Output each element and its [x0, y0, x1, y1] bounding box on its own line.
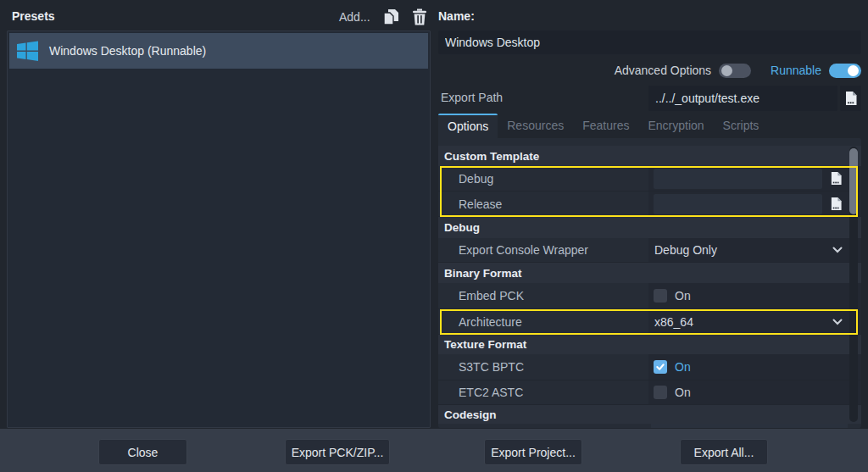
option-label: Debug	[438, 172, 648, 186]
tab-bar: Options Resources Features Encryption Sc…	[438, 114, 861, 138]
toggles-row: Advanced Options Runnable	[438, 59, 861, 81]
file-icon[interactable]	[827, 196, 844, 213]
copy-icon[interactable]	[382, 8, 399, 25]
close-button[interactable]: Close	[98, 439, 187, 465]
option-row-architecture[interactable]: Architecture x86_64	[438, 309, 861, 335]
option-row-debug-template[interactable]: Debug	[438, 166, 861, 192]
export-path-label: Export Path	[441, 91, 503, 104]
option-value	[648, 166, 861, 191]
embed-pck-checkbox[interactable]	[654, 289, 667, 303]
presets-title: Presets	[12, 9, 55, 23]
option-value: On	[648, 354, 861, 380]
dialog-footer: Close Export PCK/ZIP... Export Project..…	[0, 429, 868, 472]
section-texture-format: Texture Format	[438, 335, 861, 354]
options-panel: Custom Template Debug Release Debug	[438, 138, 861, 428]
tab-features[interactable]: Features	[573, 114, 638, 138]
preset-item-label: Windows Desktop (Runnable)	[49, 44, 206, 58]
chevron-down-icon	[832, 247, 843, 253]
console-wrapper-dropdown[interactable]: Debug Only	[648, 238, 861, 262]
release-template-field[interactable]	[654, 194, 822, 214]
dropdown-value: Debug Only	[654, 243, 717, 257]
option-row-export-console-wrapper[interactable]: Export Console Wrapper Debug Only	[438, 238, 861, 263]
etc2-astc-checkbox[interactable]	[654, 386, 667, 399]
runnable-label: Runnable	[771, 64, 821, 77]
section-binary-format: Binary Format	[438, 263, 861, 283]
advanced-options-label: Advanced Options	[615, 64, 711, 77]
export-path-input[interactable]	[648, 86, 837, 111]
section-label: Texture Format	[444, 338, 526, 351]
section-label: Debug	[444, 221, 480, 234]
architecture-dropdown[interactable]: x86_64	[648, 309, 861, 334]
trash-icon[interactable]	[411, 8, 428, 25]
tab-encryption[interactable]: Encryption	[638, 114, 713, 138]
toggle-knob	[848, 65, 859, 76]
export-project-button[interactable]: Export Project...	[484, 439, 582, 465]
chevron-down-icon	[832, 319, 843, 325]
option-row-s3tc-bptc[interactable]: S3TC BPTC On	[438, 354, 861, 380]
presets-list: Windows Desktop (Runnable)	[7, 31, 431, 428]
section-codesign: Codesign	[438, 405, 861, 424]
option-label: ETC2 ASTC	[438, 386, 648, 399]
checkbox-label: On	[675, 386, 691, 399]
browse-path-button[interactable]	[840, 86, 861, 111]
section-debug: Debug	[438, 217, 861, 238]
preset-item-windows-desktop[interactable]: Windows Desktop (Runnable)	[9, 33, 428, 69]
tab-options[interactable]: Options	[438, 114, 498, 138]
name-label: Name:	[438, 9, 475, 23]
tab-resources[interactable]: Resources	[498, 114, 573, 138]
checkbox-label: On	[675, 360, 691, 374]
options-scrollbar[interactable]	[849, 147, 858, 422]
section-label: Custom Template	[444, 150, 539, 163]
option-label: Architecture	[438, 315, 648, 329]
file-icon[interactable]	[827, 170, 844, 187]
runnable-toggle[interactable]	[829, 64, 861, 78]
toggle-knob	[721, 65, 732, 76]
option-row-release-template[interactable]: Release	[438, 192, 861, 217]
option-label: S3TC BPTC	[438, 360, 648, 374]
s3tc-bptc-checkbox[interactable]	[654, 360, 667, 374]
clipped-row	[438, 424, 861, 428]
file-icon	[844, 91, 858, 106]
section-label: Codesign	[444, 408, 497, 421]
export-path-row: Export Path	[438, 86, 861, 111]
option-value	[648, 192, 861, 216]
advanced-options-toggle[interactable]	[719, 64, 751, 78]
preset-name-input[interactable]	[438, 31, 861, 54]
export-dialog: Presets Add... Name:	[0, 0, 868, 472]
option-row-etc2-astc[interactable]: ETC2 ASTC On	[438, 380, 861, 405]
section-custom-template: Custom Template	[438, 146, 861, 166]
check-icon	[655, 362, 665, 372]
scrollbar-thumb[interactable]	[849, 148, 858, 214]
dropdown-value: x86_64	[654, 315, 693, 329]
option-label: Release	[438, 197, 648, 211]
debug-template-field[interactable]	[654, 169, 822, 189]
export-all-button[interactable]: Export All...	[680, 439, 768, 465]
export-pck-button[interactable]: Export PCK/ZIP...	[285, 439, 390, 465]
section-label: Binary Format	[444, 267, 522, 280]
option-row-embed-pck[interactable]: Embed PCK On	[438, 283, 861, 309]
checkbox-label: On	[675, 289, 691, 303]
tab-scripts[interactable]: Scripts	[714, 114, 769, 138]
option-value: On	[648, 380, 861, 404]
option-label: Export Console Wrapper	[438, 243, 648, 257]
option-value: On	[648, 283, 861, 308]
windows-logo-icon	[16, 40, 39, 63]
add-preset-button[interactable]: Add...	[339, 10, 370, 24]
option-label: Embed PCK	[438, 289, 648, 303]
